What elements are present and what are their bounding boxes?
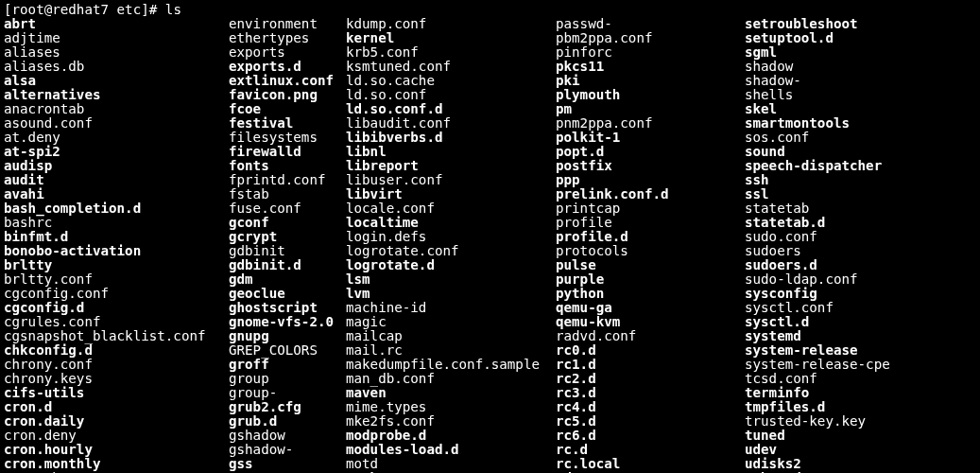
file-entry: libaudit.conf (346, 116, 556, 131)
file-entry: GREP_COLORS (229, 343, 346, 358)
file-entry: rc6.d (556, 429, 745, 443)
file-entry: cron.deny (4, 429, 229, 443)
file-entry: rc0.d (556, 343, 745, 358)
file-entry: at.deny (4, 131, 229, 145)
file-entry: maven (346, 386, 556, 400)
file-entry: polkit-1 (556, 131, 745, 145)
file-entry: at-spi2 (4, 145, 229, 159)
file-entry: pm (556, 102, 745, 116)
command-text: ls (165, 2, 181, 17)
ls-listing: abrtadjtimealiasesaliases.dbalsaalternat… (4, 17, 976, 473)
file-entry: sudoers.d (745, 258, 953, 272)
file-entry: cifs-utils (4, 386, 229, 400)
file-entry: pulse (556, 258, 745, 272)
file-entry: ld.so.conf.d (346, 102, 556, 116)
file-entry: machine-id (346, 301, 556, 315)
file-entry: profile (556, 216, 745, 230)
file-entry: rc1.d (556, 358, 745, 372)
file-entry: festival (229, 116, 346, 131)
file-entry: aliases.db (4, 60, 229, 74)
file-entry: ssl (745, 187, 953, 201)
file-entry: setroubleshoot (745, 17, 953, 31)
file-entry: rc.local (556, 457, 745, 471)
file-entry: pki (556, 74, 745, 88)
file-entry: rc2.d (556, 372, 745, 386)
file-entry: pkcs11 (556, 60, 745, 74)
file-entry: mailcap (346, 329, 556, 343)
file-entry: mail.rc (346, 343, 556, 358)
ls-column: kdump.confkernelkrb5.confksmtuned.confld… (346, 17, 556, 473)
file-entry: libvirt (346, 187, 556, 201)
file-entry: pbm2ppa.conf (556, 31, 745, 45)
file-entry: systemd (745, 329, 953, 343)
file-entry: gshadow (229, 429, 346, 443)
file-entry: gcrypt (229, 230, 346, 244)
file-entry: avahi (4, 187, 229, 201)
file-entry: alsa (4, 74, 229, 88)
file-entry: speech-dispatcher (745, 159, 953, 173)
file-entry: ksmtuned.conf (346, 60, 556, 74)
file-entry: firewalld (229, 145, 346, 159)
file-entry: shells (745, 88, 953, 102)
file-entry: passwd- (556, 17, 745, 31)
file-entry: ld.so.conf (346, 88, 556, 102)
file-entry: qemu-ga (556, 301, 745, 315)
file-entry: sysconfig (745, 287, 953, 301)
file-entry: rc4.d (556, 400, 745, 414)
file-entry: mime.types (346, 400, 556, 414)
file-entry: popt.d (556, 145, 745, 159)
file-entry: purple (556, 272, 745, 287)
file-entry: brltty (4, 258, 229, 272)
file-entry: cgrules.conf (4, 315, 229, 329)
file-entry: statetab (745, 201, 953, 216)
file-entry: cron.daily (4, 414, 229, 429)
file-entry: brltty.conf (4, 272, 229, 287)
file-entry: ghostscript (229, 301, 346, 315)
file-entry: libibverbs.d (346, 131, 556, 145)
file-entry: radvd.conf (556, 329, 745, 343)
file-entry: gdbinit.d (229, 258, 346, 272)
file-entry: chrony.keys (4, 372, 229, 386)
file-entry: gnome-vfs-2.0 (229, 315, 346, 329)
file-entry: ppp (556, 173, 745, 187)
file-entry: statetab.d (745, 216, 953, 230)
file-entry: gdbinit (229, 244, 346, 258)
file-entry: adjtime (4, 31, 229, 45)
file-entry: makedumpfile.conf.sample (346, 358, 556, 372)
file-entry: cron.hourly (4, 443, 229, 457)
file-entry: bonobo-activation (4, 244, 229, 258)
file-entry: aliases (4, 45, 229, 60)
file-entry: lsm (346, 272, 556, 287)
file-entry: anacrontab (4, 102, 229, 116)
file-entry: man_db.conf (346, 372, 556, 386)
file-entry: logrotate.d (346, 258, 556, 272)
file-entry: rc3.d (556, 386, 745, 400)
file-entry: fuse.conf (229, 201, 346, 216)
file-entry: cgsnapshot_blacklist.conf (4, 329, 229, 343)
file-entry: sudo-ldap.conf (745, 272, 953, 287)
file-entry: python (556, 287, 745, 301)
file-entry: favicon.png (229, 88, 346, 102)
file-entry: chrony.conf (4, 358, 229, 372)
file-entry: filesystems (229, 131, 346, 145)
file-entry: groff (229, 358, 346, 372)
file-entry: sysctl.conf (745, 301, 953, 315)
file-entry: sudo.conf (745, 230, 953, 244)
file-entry: rc.d (556, 443, 745, 457)
file-entry: udev (745, 443, 953, 457)
file-entry: krb5.conf (346, 45, 556, 60)
file-entry: system-release (745, 343, 953, 358)
file-entry: sgml (745, 45, 953, 60)
file-entry: bash_completion.d (4, 201, 229, 216)
file-entry: ssh (745, 173, 953, 187)
file-entry: sound (745, 145, 953, 159)
ls-column: environmentethertypesexportsexports.dext… (229, 17, 346, 473)
file-entry: qemu-kvm (556, 315, 745, 329)
file-entry: environment (229, 17, 346, 31)
file-entry: audit (4, 173, 229, 187)
file-entry: fonts (229, 159, 346, 173)
file-entry: protocols (556, 244, 745, 258)
file-entry: grub.d (229, 414, 346, 429)
terminal-output[interactable]: [root@redhat7 etc]# ls abrtadjtimealiase… (0, 0, 980, 473)
file-entry: asound.conf (4, 116, 229, 131)
